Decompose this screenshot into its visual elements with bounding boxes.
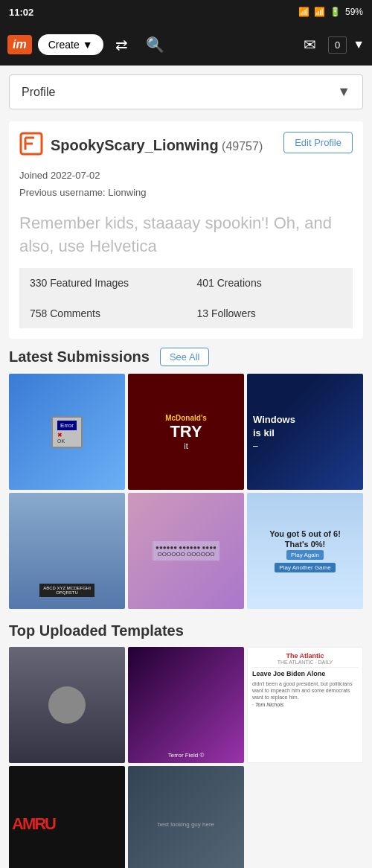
submission-image-3[interactable]: Windows is kil – — [247, 374, 363, 490]
create-arrow-icon: ▼ — [83, 39, 93, 51]
user-points: (49757) — [222, 140, 263, 153]
windows-dash: – — [253, 441, 258, 451]
edit-profile-button[interactable]: Edit Profile — [283, 132, 353, 153]
template-image-2[interactable]: Terror Field © — [128, 647, 244, 763]
latest-submissions-grid: Error ✖ OK McDonald's TRY it Windows is … — [9, 374, 363, 609]
windows-title: Windows — [253, 413, 295, 427]
top-templates-header: Top Uploaded Templates — [9, 622, 363, 639]
top-templates-grid: Terror Field © The Atlantic THE ATLANTIC… — [9, 647, 363, 868]
amogus-mockup: AMRU — [9, 766, 125, 868]
quiz-play-again: Play Again — [286, 550, 324, 560]
username: SpookyScary_Lionwing — [51, 137, 219, 153]
windows-kil: is kil — [253, 427, 275, 440]
template-image-3[interactable]: The Atlantic THE ATLANTIC · DAILY Leave … — [247, 647, 363, 763]
stats-grid: 330 Featured Images 401 Creations 758 Co… — [19, 268, 353, 328]
battery-icon: 🔋 — [330, 7, 341, 17]
shuffle-button[interactable]: ⇄ — [109, 33, 134, 57]
stat-followers: 13 Followers — [187, 299, 353, 328]
top-templates-title: Top Uploaded Templates — [9, 622, 184, 639]
template-image-4[interactable]: AMRU — [9, 766, 125, 868]
atlantic-body: didn't been a good president, but politi… — [252, 680, 358, 701]
profile-selector-arrow: ▼ — [337, 84, 350, 100]
windows-mockup: Windows is kil – — [247, 374, 363, 490]
nav-bar: im Create ▼ ⇄ 🔍 ✉ 0 ▼ — [0, 24, 372, 66]
battery-percent: 59% — [345, 7, 363, 17]
template-image-1[interactable] — [9, 647, 125, 763]
submission-image-5[interactable]: ●●●●●● ●●●●●● ●●●● OOOOOO OOOOOO — [128, 493, 244, 609]
atlantic-mockup: The Atlantic THE ATLANTIC · DAILY Leave … — [248, 648, 362, 762]
quiz-score: You got 5 out of 6! — [269, 529, 341, 538]
atlantic-author: · Tom Nichols — [252, 702, 358, 707]
user-name-row: SpookyScary_Lionwing (49757) — [19, 132, 263, 159]
stat-comments: 758 Comments — [19, 299, 186, 328]
mail-button[interactable]: ✉ — [298, 33, 322, 57]
billboard-text: ABCD XYZ MCDEFGHI OPQRSTU — [39, 584, 94, 597]
mcdonalds-label: McDonald's — [165, 414, 207, 422]
previous-username: Previous username: Lionwing — [19, 184, 353, 201]
quiz-subtitle: That's 0%! — [285, 540, 326, 549]
submission-image-1[interactable]: Error ✖ OK — [9, 374, 125, 490]
latest-submissions-section: Latest Submissions See All Error ✖ OK Mc… — [9, 348, 363, 609]
user-logo-icon — [19, 132, 43, 159]
try-text: TRY — [170, 422, 202, 441]
create-button[interactable]: Create ▼ — [38, 34, 103, 55]
status-bar: 11:02 📶 📶 🔋 59% — [0, 0, 372, 24]
nav-dropdown-button[interactable]: ▼ — [353, 38, 365, 51]
user-bio: Remember kids, staaaay spookin'! Oh, and… — [19, 212, 353, 258]
submission-image-4[interactable]: ABCD XYZ MCDEFGHI OPQRSTU — [9, 493, 125, 609]
stat-featured: 330 Featured Images — [19, 268, 186, 298]
status-time: 11:02 — [9, 7, 33, 18]
stat-creations: 401 Creations — [187, 268, 353, 298]
status-icons: 📶 📶 🔋 59% — [298, 7, 363, 17]
join-date: Joined 2022-07-02 — [19, 167, 353, 184]
atlantic-logo: The Atlantic — [252, 652, 358, 660]
quiz-mockup: You got 5 out of 6! That's 0%! Play Agai… — [247, 493, 363, 609]
submission-image-2[interactable]: McDonald's TRY it — [128, 374, 244, 490]
billboard-mockup: ABCD XYZ MCDEFGHI OPQRSTU — [9, 493, 125, 609]
error-window-mockup: Error ✖ OK — [51, 416, 83, 448]
main-content: Profile ▼ SpookyScary_Lionwing (49757) — [0, 66, 372, 868]
search-button[interactable]: 🔍 — [140, 33, 170, 57]
profile-selector-label: Profile — [22, 86, 55, 99]
template-image-5[interactable]: best looking guy here — [128, 766, 244, 868]
atlantic-tagline: THE ATLANTIC · DAILY — [252, 660, 358, 668]
signal-icon: 📶 — [314, 7, 325, 17]
create-label: Create — [48, 39, 80, 51]
user-header: SpookyScary_Lionwing (49757) Edit Profil… — [19, 132, 353, 159]
latest-submissions-header: Latest Submissions See All — [9, 348, 363, 366]
profile-selector[interactable]: Profile ▼ — [9, 74, 363, 109]
notif-count: 0 — [328, 36, 347, 54]
app-logo[interactable]: im — [7, 35, 32, 54]
wifi-icon: 📶 — [298, 7, 310, 17]
top-templates-section: Top Uploaded Templates Terror Field © Th… — [9, 622, 363, 868]
latest-submissions-title: Latest Submissions — [9, 348, 150, 366]
quiz-play-another: Play Another Game — [275, 563, 335, 572]
atlantic-headline: Leave Joe Biden Alone — [252, 670, 358, 679]
see-all-button[interactable]: See All — [160, 348, 209, 366]
amogus-text: AMRU — [12, 814, 55, 834]
mcdonalds-mockup: McDonald's TRY it — [128, 374, 244, 490]
user-info-card: SpookyScary_Lionwing (49757) Edit Profil… — [9, 121, 363, 339]
submission-image-6[interactable]: You got 5 out of 6! That's 0%! Play Agai… — [247, 493, 363, 609]
user-meta: Joined 2022-07-02 Previous username: Lio… — [19, 167, 353, 202]
